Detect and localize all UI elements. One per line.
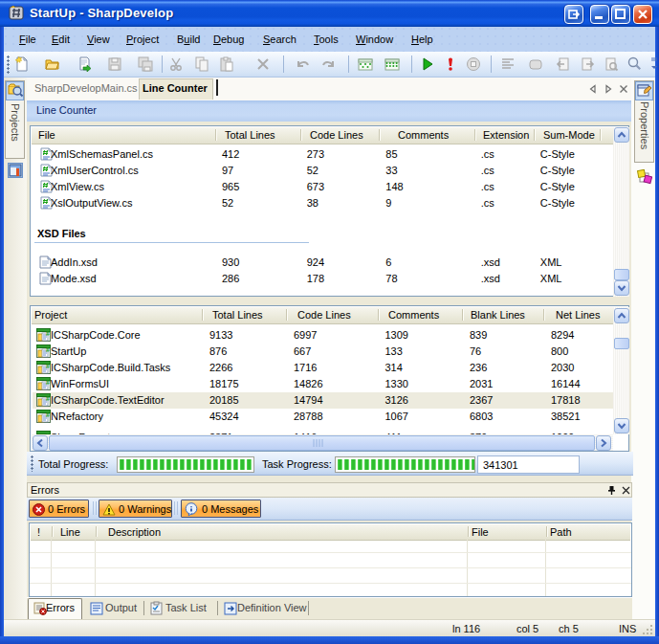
- svg-text:#: #: [46, 379, 50, 386]
- svg-text:#: #: [46, 411, 50, 418]
- svg-text:#: #: [46, 330, 50, 337]
- svg-text:#: #: [46, 363, 50, 369]
- svg-text:#: #: [46, 395, 50, 402]
- svg-text:#: #: [46, 346, 50, 353]
